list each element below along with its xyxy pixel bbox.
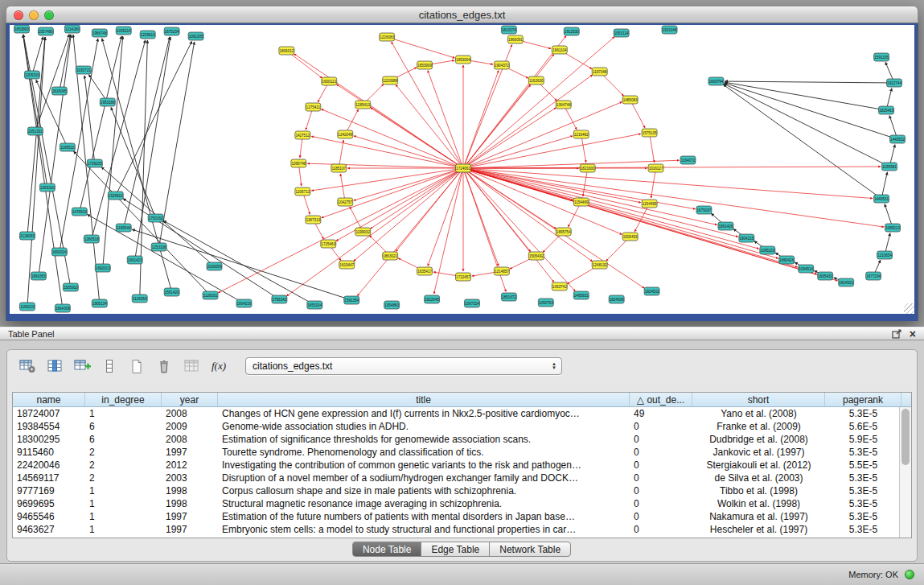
network-node[interactable]: 1675204 (164, 27, 179, 35)
create-column-button[interactable] (70, 356, 94, 377)
network-node[interactable]: 1529910 (108, 192, 123, 200)
network-node[interactable]: 1128201 (203, 291, 218, 299)
network-node[interactable]: 1905134 (92, 299, 107, 307)
column-header-2[interactable]: year (162, 393, 218, 406)
citation-edge-black[interactable] (32, 37, 43, 75)
network-node[interactable]: 1619447 (339, 261, 355, 269)
citation-edge-black[interactable] (116, 41, 192, 196)
citation-edge-red[interactable] (463, 160, 680, 168)
network-node[interactable]: 1895754 (556, 228, 571, 236)
citation-edge-red[interactable] (396, 84, 463, 168)
network-node[interactable]: 1961104 (552, 46, 567, 54)
network-node[interactable]: 1214260 (64, 25, 80, 33)
network-node[interactable]: 1220688 (383, 76, 398, 84)
citation-edge-red[interactable] (650, 133, 655, 163)
network-node[interactable]: 1953188 (100, 98, 115, 106)
network-node[interactable]: 1677204 (866, 272, 881, 280)
network-node[interactable]: 1505492 (528, 252, 544, 260)
network-node[interactable]: 1668794 (708, 77, 724, 85)
citation-edge-black[interactable] (123, 199, 279, 299)
citation-edge-red[interactable] (463, 37, 614, 168)
network-node[interactable]: 1162630 (528, 76, 544, 84)
column-header-0[interactable]: name (13, 393, 85, 406)
network-node[interactable]: 1591105 (874, 53, 889, 61)
network-node[interactable]: 1226083 (380, 33, 395, 41)
network-node[interactable]: 1924501 (839, 278, 854, 286)
function-builder-button[interactable]: f(x) (207, 356, 231, 377)
citation-edge-red[interactable] (322, 168, 463, 218)
network-node[interactable]: 1922045 (425, 295, 440, 303)
network-node[interactable]: 2057480 (38, 27, 53, 35)
citation-edge-red[interactable] (463, 102, 622, 168)
network-node[interactable]: 1600121 (322, 77, 337, 85)
column-header-3[interactable]: title (218, 393, 630, 406)
network-node[interactable]: 1505493 (622, 233, 638, 241)
citation-edge-red[interactable] (463, 71, 499, 168)
citation-edge-black[interactable] (725, 81, 894, 83)
table-row[interactable]: 1938455462009Genome-wide association stu… (13, 420, 899, 433)
network-node[interactable]: 1154499 (642, 200, 657, 208)
network-node[interactable]: 1089213 (885, 224, 901, 232)
network-node[interactable]: 1053124 (614, 29, 629, 37)
citation-edge-red[interactable] (463, 168, 759, 249)
network-node[interactable]: 1679197 (696, 206, 712, 214)
citation-edge-red[interactable] (463, 75, 593, 168)
network-node[interactable]: 1042757 (338, 198, 353, 206)
network-node[interactable]: 1190210 (19, 303, 35, 311)
citation-edge-red[interactable] (371, 168, 463, 229)
network-node[interactable]: 1067314 (464, 299, 479, 307)
table-row[interactable]: 1872400712008Changes of HCN gene express… (13, 407, 899, 420)
network-node[interactable]: 1063742 (552, 282, 567, 290)
network-node[interactable]: 1275411 (306, 103, 321, 111)
network-node[interactable]: 2026059 (207, 262, 222, 270)
delete-table-button[interactable] (152, 356, 176, 377)
network-node[interactable]: 1210654 (877, 251, 893, 259)
table-row[interactable]: 969969511998Structural magnetic resonanc… (13, 497, 899, 510)
citation-edge-red[interactable] (387, 37, 454, 58)
table-row[interactable]: 1456911722003Disruption of a novel membe… (13, 472, 899, 484)
network-node[interactable]: 1653909 (417, 61, 433, 69)
citation-edge-red[interactable] (463, 168, 644, 288)
network-node[interactable]: 1904216 (236, 299, 252, 307)
network-node[interactable]: 1825463 (879, 106, 894, 114)
network-node[interactable]: 1860426 (779, 256, 795, 264)
network-node[interactable]: 1205310 (24, 71, 39, 79)
citation-edge-red[interactable] (311, 136, 463, 168)
network-node[interactable]: 1921048 (662, 26, 677, 34)
network-node[interactable]: 1863021 (383, 252, 398, 260)
network-node[interactable]: 1821600 (580, 164, 595, 172)
network-node[interactable]: 1427512 (295, 131, 310, 139)
network-node[interactable]: 2051301 (27, 127, 43, 135)
close-window-button[interactable] (14, 10, 23, 20)
select-columns-button[interactable] (43, 356, 67, 377)
network-node[interactable]: 1692013 (95, 264, 110, 272)
network-node[interactable]: 1186510 (60, 143, 75, 151)
network-node[interactable]: 1966748 (92, 29, 107, 37)
network-node[interactable]: 1126350 (132, 295, 147, 303)
network-node[interactable]: 1285413 (355, 101, 371, 109)
citation-edge-red[interactable] (354, 168, 463, 200)
resize-grip-icon[interactable] (904, 303, 914, 314)
network-node[interactable]: 1904372 (494, 61, 509, 69)
network-node[interactable]: 1561420 (164, 288, 179, 296)
citation-edge-red[interactable] (651, 168, 656, 198)
tab-node-table[interactable]: Node Table (352, 542, 422, 557)
network-node[interactable]: 1922744 (887, 79, 902, 87)
network-node[interactable]: 1890353 (31, 272, 46, 280)
citation-edge-black[interactable] (135, 37, 170, 260)
table-row[interactable]: 977716911998Corpus callosum shape and si… (13, 484, 899, 497)
network-node[interactable]: 1465931 (573, 291, 589, 299)
network-node[interactable]: 2616045 (51, 87, 67, 95)
citation-edge-red[interactable] (354, 136, 463, 168)
rows-button[interactable] (97, 356, 121, 377)
new-table-button[interactable] (125, 356, 149, 377)
vertical-scrollbar[interactable] (899, 407, 911, 538)
column-header-1[interactable]: in_degree (85, 393, 162, 406)
scrollbar-thumb[interactable] (901, 409, 910, 465)
network-node[interactable]: 1197348 (592, 68, 607, 76)
citation-edge-black[interactable] (73, 35, 100, 303)
column-header-5[interactable]: short (692, 393, 825, 406)
network-node[interactable]: 1901423 (127, 256, 142, 264)
network-node[interactable]: 1653104 (307, 301, 322, 309)
citation-edge-black[interactable] (35, 35, 69, 131)
